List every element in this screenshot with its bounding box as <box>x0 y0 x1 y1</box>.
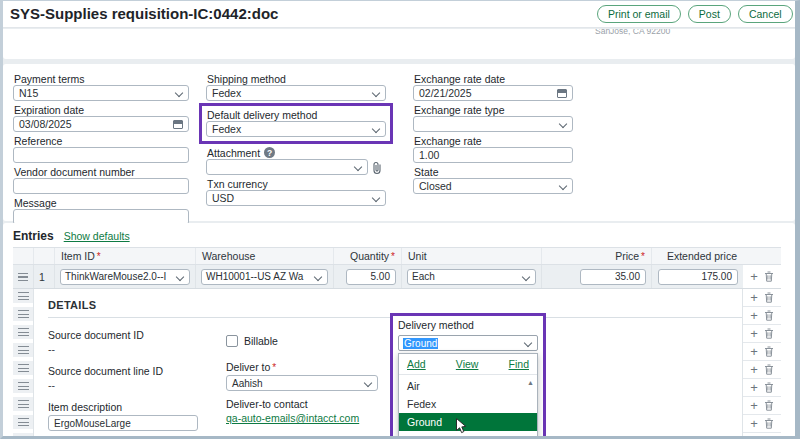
billable-checkbox[interactable] <box>226 335 238 347</box>
view-link[interactable]: View <box>456 358 479 370</box>
payment-terms-value: N15 <box>19 87 38 99</box>
form-column-3: Exchange rate date 02/21/2025 Exchange r… <box>413 72 573 196</box>
chevron-down-icon <box>524 339 532 347</box>
row-drag-handle[interactable] <box>13 307 33 325</box>
row-drag-handle[interactable] <box>13 325 33 343</box>
calendar-icon[interactable] <box>173 120 183 129</box>
drag-handle-icon <box>18 400 29 408</box>
entries-table: Item ID* Warehouse Quantity* Unit Price*… <box>13 247 781 439</box>
delete-row-button[interactable] <box>764 379 774 397</box>
row-drag-handle[interactable] <box>13 361 33 379</box>
source-document-id-value: -- <box>48 343 198 355</box>
deliver-to-contact-label: Deliver-to contact <box>226 398 378 410</box>
row-drag-handle[interactable] <box>13 397 33 415</box>
default-delivery-method-select[interactable]: Fedex <box>206 121 386 137</box>
row-drag-handle[interactable] <box>13 289 33 307</box>
item-id-select[interactable]: ThinkWareMouse2.0--I <box>60 269 190 285</box>
unit-select[interactable]: Each <box>407 269 536 285</box>
option-ground[interactable]: Ground <box>399 413 537 431</box>
price-column-header: Price* <box>541 248 651 264</box>
row-drag-handle[interactable] <box>13 415 33 433</box>
extended-price-input[interactable]: 175.00 <box>658 269 738 285</box>
find-link[interactable]: Find <box>509 358 529 370</box>
state-select[interactable]: Closed <box>413 178 573 194</box>
chevron-down-icon <box>314 272 322 280</box>
help-icon[interactable]: ? <box>264 147 275 158</box>
form-column-2: Shipping method Fedex Default delivery m… <box>206 72 386 208</box>
attachment-select[interactable] <box>206 159 368 175</box>
attachment-label: Attachment ? <box>207 146 386 159</box>
entries-title: Entries <box>13 229 54 243</box>
txn-currency-select[interactable]: USD <box>206 190 386 206</box>
item-description-input[interactable]: ErgoMouseLarge <box>48 415 198 431</box>
source-document-line-id-label: Source document line ID <box>48 365 198 377</box>
vendor-document-number-label: Vendor document number <box>14 165 189 178</box>
delivery-method-combobox[interactable]: Ground <box>398 335 538 351</box>
txn-currency-value: USD <box>212 192 234 204</box>
drag-handle-icon <box>18 418 29 426</box>
message-label: Message <box>14 196 189 209</box>
reference-input[interactable] <box>13 147 189 163</box>
add-row-button[interactable]: + <box>750 293 758 303</box>
warehouse-select[interactable]: WH10001--US AZ Wa <box>201 269 328 285</box>
top-bar: SYS-Supplies requisition-IC:0442:doc Pri… <box>3 1 795 28</box>
delete-row-button[interactable] <box>764 361 774 379</box>
cancel-button[interactable]: Cancel <box>738 5 793 23</box>
add-row-button[interactable]: + <box>750 419 758 429</box>
price-input[interactable]: 35.00 <box>580 269 646 285</box>
add-row-button[interactable]: + <box>750 329 758 339</box>
paperclip-icon[interactable] <box>371 161 383 177</box>
payment-terms-select[interactable]: N15 <box>13 85 189 101</box>
exchange-rate-input[interactable]: 1.00 <box>413 147 573 163</box>
scroll-up-icon[interactable]: ▲ <box>527 379 534 386</box>
delete-row-button[interactable] <box>764 325 774 343</box>
post-button[interactable]: Post <box>688 5 731 23</box>
print-or-email-button[interactable]: Print or email <box>597 5 681 23</box>
action-buttons: Print or email Post Cancel More action <box>597 5 800 23</box>
row-drag-handle[interactable] <box>13 265 33 288</box>
option-air[interactable]: Air <box>399 377 537 395</box>
exchange-rate-date-label: Exchange rate date <box>414 72 573 85</box>
add-row-button[interactable]: + <box>750 311 758 321</box>
drag-handle-icon <box>18 328 29 336</box>
exchange-rate-type-select[interactable] <box>413 116 573 132</box>
add-row-button[interactable]: + <box>750 365 758 375</box>
deliver-to-contact-link[interactable]: qa-auto-emails@intacct.com <box>226 412 378 424</box>
delete-row-button[interactable] <box>764 415 774 433</box>
delete-row-button[interactable] <box>764 268 774 286</box>
default-delivery-method-label: Default delivery method <box>207 108 386 121</box>
delete-row-button[interactable] <box>764 397 774 415</box>
shipping-method-value: Fedex <box>212 87 241 99</box>
shipping-method-select[interactable]: Fedex <box>206 85 386 101</box>
state-label: State <box>414 165 573 178</box>
delete-row-button[interactable] <box>764 307 774 325</box>
show-defaults-link[interactable]: Show defaults <box>64 230 130 242</box>
add-row-button[interactable]: + <box>750 401 758 411</box>
add-row-button[interactable]: + <box>750 383 758 393</box>
source-document-id-label: Source document ID <box>48 329 198 341</box>
drag-handle-icon <box>18 310 29 318</box>
row-drag-handle[interactable] <box>13 379 33 397</box>
shipping-method-label: Shipping method <box>207 72 386 85</box>
option-fedex[interactable]: Fedex <box>399 395 537 413</box>
deliver-to-select[interactable]: Aahish <box>226 375 378 391</box>
row-drag-handle[interactable] <box>13 433 33 439</box>
billable-label: Billable <box>244 335 278 347</box>
calendar-icon[interactable] <box>557 89 567 98</box>
add-row-button[interactable]: + <box>750 347 758 357</box>
quantity-input[interactable]: 5.00 <box>346 269 396 285</box>
delete-row-button[interactable] <box>764 343 774 361</box>
details-column-1: Source document ID -- Source document li… <box>48 329 198 439</box>
row-drag-handle[interactable] <box>13 343 33 361</box>
default-delivery-method-value: Fedex <box>212 123 241 135</box>
delete-row-button[interactable] <box>764 289 774 307</box>
add-row-button[interactable]: + <box>750 272 758 282</box>
expiration-date-field[interactable]: 03/08/2025 <box>13 116 189 132</box>
delivery-method-label: Delivery method <box>398 319 538 331</box>
address-note: SanJose, CA 92200 <box>595 29 670 36</box>
vendor-document-number-input[interactable] <box>13 178 189 194</box>
exchange-rate-date-field[interactable]: 02/21/2025 <box>413 85 573 101</box>
delivery-method-value: Ground <box>403 338 438 349</box>
add-link[interactable]: Add <box>407 358 426 370</box>
chevron-down-icon <box>559 120 567 128</box>
